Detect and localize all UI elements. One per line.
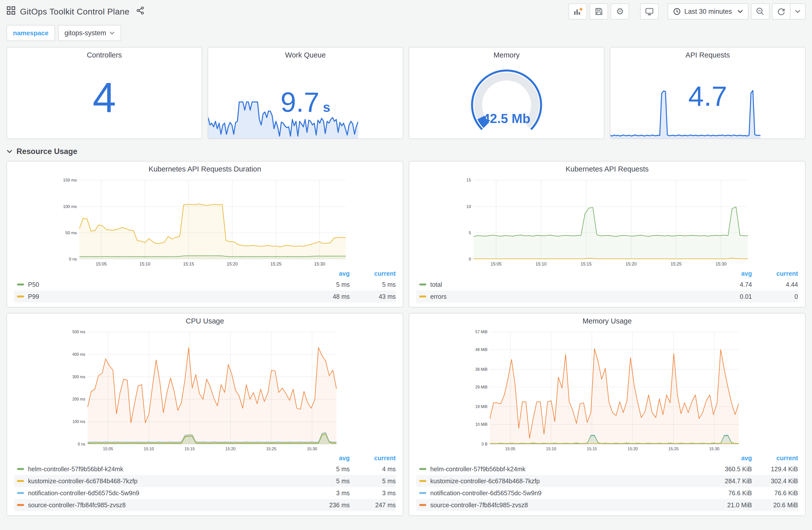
svg-text:15:15: 15:15 [185, 446, 195, 451]
series-color-marker[interactable] [17, 504, 24, 506]
series-avg: 48 ms [308, 293, 350, 300]
series-name[interactable]: errors [430, 293, 710, 300]
series-color-marker[interactable] [419, 492, 426, 494]
legend-sort-current[interactable]: current [350, 455, 396, 462]
legend-sort-avg[interactable]: avg [308, 455, 350, 462]
panel-title[interactable]: API Requests [610, 47, 805, 62]
panel-title[interactable]: Kubernetes API Requests [409, 162, 805, 177]
series-color-marker[interactable] [419, 504, 426, 506]
svg-text:15:20: 15:20 [227, 262, 238, 266]
svg-text:15:25: 15:25 [668, 446, 679, 451]
svg-text:48 MiB: 48 MiB [475, 348, 488, 352]
svg-text:0 ns: 0 ns [78, 442, 85, 446]
dashboard-page: GitOps Toolkit Control Plane [0, 0, 812, 521]
legend-sort-current[interactable]: current [752, 455, 798, 462]
legend-row[interactable]: errors0.010 [416, 291, 798, 303]
memory-panel: Memory 42.5 Mb [409, 47, 604, 139]
refresh-button[interactable] [772, 3, 791, 19]
legend-row[interactable]: notification-controller-6d56575dc-5w9n97… [416, 487, 798, 499]
panel-title[interactable]: CPU Usage [7, 313, 403, 328]
series-color-marker[interactable] [419, 295, 426, 297]
tv-kiosk-icon[interactable] [640, 3, 659, 19]
series-name[interactable]: kustomize-controller-6c6784b468-7kzfp [430, 477, 710, 485]
series-name[interactable]: P50 [28, 281, 308, 288]
legend-row[interactable]: helm-controller-57f9b56bbf-k24mk360.5 Ki… [416, 463, 798, 475]
svg-text:15:25: 15:25 [671, 262, 682, 266]
svg-text:50 ms: 50 ms [65, 231, 77, 235]
svg-text:0 B: 0 B [481, 442, 488, 446]
add-panel-button[interactable] [569, 3, 587, 19]
legend-row[interactable]: P505 ms5 ms [14, 279, 396, 291]
dashboard-grid-icon[interactable] [6, 6, 15, 17]
namespace-variable-label[interactable]: namespace [6, 25, 55, 41]
save-icon[interactable] [590, 3, 608, 19]
legend-sort-avg[interactable]: avg [710, 270, 752, 277]
series-avg: 4.74 [710, 281, 752, 288]
svg-text:15:10: 15:10 [536, 262, 547, 266]
legend-header: avgcurrent [416, 268, 798, 279]
series-name[interactable]: helm-controller-57f9b56bbf-k24mk [28, 466, 308, 473]
panel-title[interactable]: Kubernetes API Requests Duration [7, 162, 403, 177]
series-name[interactable]: total [430, 281, 710, 288]
svg-text:150 ms: 150 ms [63, 178, 77, 182]
share-icon[interactable] [136, 6, 145, 17]
zoom-out-button[interactable] [751, 3, 769, 19]
legend-sort-avg[interactable]: avg [710, 455, 752, 462]
series-avg: 5 ms [308, 466, 350, 473]
panel-title[interactable]: Memory Usage [409, 313, 805, 328]
series-color-marker[interactable] [419, 480, 426, 482]
series-current: 0 [752, 293, 798, 300]
namespace-variable-value[interactable]: gitops-system [58, 25, 121, 41]
series-name[interactable]: kustomize-controller-6c6784b468-7kzfp [28, 477, 308, 485]
series-avg: 5 ms [308, 477, 350, 485]
controllers-panel: Controllers 4 [6, 47, 202, 139]
svg-text:29 MiB: 29 MiB [475, 385, 488, 389]
series-current: 4.44 [752, 281, 798, 288]
chart-panel-memory-usage: Memory Usage 15:0515:1015:1515:2015:2515… [409, 313, 806, 516]
api-duration-chart[interactable]: 15:0515:1015:1515:2015:2515:300 ns50 ms1… [7, 177, 403, 268]
series-color-marker[interactable] [17, 480, 24, 482]
series-name[interactable]: helm-controller-57f9b56bbf-k24mk [430, 466, 710, 473]
series-color-marker[interactable] [17, 492, 24, 494]
legend-sort-current[interactable]: current [752, 270, 798, 277]
section-resource-usage[interactable]: Resource Usage [6, 147, 806, 156]
svg-text:15:25: 15:25 [271, 262, 281, 266]
legend-row[interactable]: notification-controller-6d56575dc-5w9n93… [14, 487, 396, 499]
legend-row[interactable]: helm-controller-57f9b56bbf-k24mk5 ms4 ms [14, 463, 396, 475]
series-color-marker[interactable] [419, 283, 426, 285]
api-requests-value: 4.7 [610, 80, 805, 112]
series-color-marker[interactable] [17, 468, 24, 470]
series-color-marker[interactable] [17, 283, 24, 285]
series-name[interactable]: source-controller-7fb84fc985-zvsz8 [28, 501, 308, 509]
svg-text:19 MiB: 19 MiB [475, 404, 488, 409]
series-color-marker[interactable] [17, 295, 24, 297]
api-requests-chart[interactable]: 15:0515:1015:1515:2015:2515:30051015 [409, 177, 805, 268]
series-name[interactable]: notification-controller-6d56575dc-5w9n9 [430, 489, 710, 497]
memory-usage-chart[interactable]: 15:0515:1015:1515:2015:2515:300 B10 MiB1… [409, 328, 805, 453]
legend-row[interactable]: kustomize-controller-6c6784b468-7kzfp284… [416, 475, 798, 487]
svg-text:15:15: 15:15 [183, 262, 194, 266]
series-name[interactable]: P99 [28, 293, 308, 300]
legend-row[interactable]: total4.744.44 [416, 279, 798, 291]
gear-icon[interactable]: ⚙ [611, 3, 629, 19]
legend-sort-current[interactable]: current [350, 270, 396, 277]
svg-text:15:15: 15:15 [587, 446, 597, 451]
legend-row[interactable]: kustomize-controller-6c6784b468-7kzfp5 m… [14, 475, 396, 487]
series-color-marker[interactable] [419, 468, 426, 470]
svg-text:15:05: 15:05 [103, 446, 113, 451]
panel-title[interactable]: Controllers [7, 47, 202, 62]
svg-text:15: 15 [466, 178, 471, 182]
cpu-usage-chart[interactable]: 15:0515:1015:1515:2015:2515:300 ns100 ms… [7, 328, 403, 453]
series-name[interactable]: notification-controller-6d56575dc-5w9n9 [28, 489, 308, 497]
time-range-picker[interactable]: Last 30 minutes [668, 3, 749, 19]
svg-text:15:05: 15:05 [491, 262, 502, 266]
legend-row[interactable]: source-controller-7fb84fc985-zvsz8236 ms… [14, 499, 396, 511]
legend-row[interactable]: source-controller-7fb84fc985-zvsz821.0 M… [416, 499, 798, 511]
legend-row[interactable]: P9948 ms43 ms [14, 291, 396, 303]
svg-text:15:10: 15:10 [144, 446, 154, 451]
refresh-interval-dropdown[interactable] [791, 3, 806, 19]
legend-sort-avg[interactable]: avg [308, 270, 350, 277]
series-name[interactable]: source-controller-7fb84fc985-zvsz8 [430, 501, 710, 509]
panel-title[interactable]: Work Queue [208, 47, 403, 62]
panel-title[interactable]: Memory [409, 47, 604, 62]
